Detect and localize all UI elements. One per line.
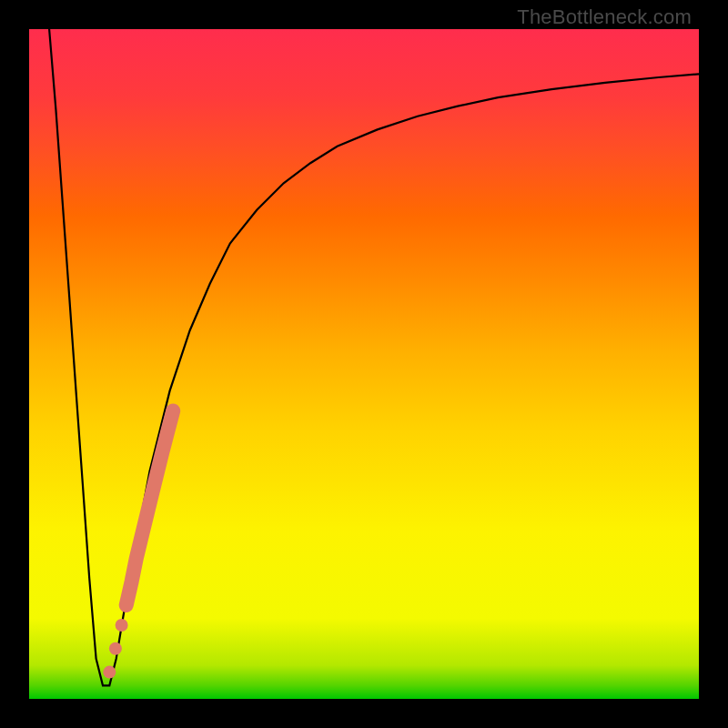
- chart-frame: TheBottleneck.com: [0, 0, 728, 728]
- bottleneck-curve: [49, 29, 699, 685]
- highlight-segment: [126, 411, 174, 606]
- watermark-text: TheBottleneck.com: [517, 5, 692, 29]
- highlight-dot: [103, 666, 116, 679]
- highlight-dot: [109, 642, 122, 655]
- chart-svg: [29, 29, 699, 699]
- curve-layer: [49, 29, 699, 685]
- highlight-dot: [116, 619, 128, 632]
- plot-area: [29, 29, 699, 699]
- highlight-layer: [103, 411, 173, 679]
